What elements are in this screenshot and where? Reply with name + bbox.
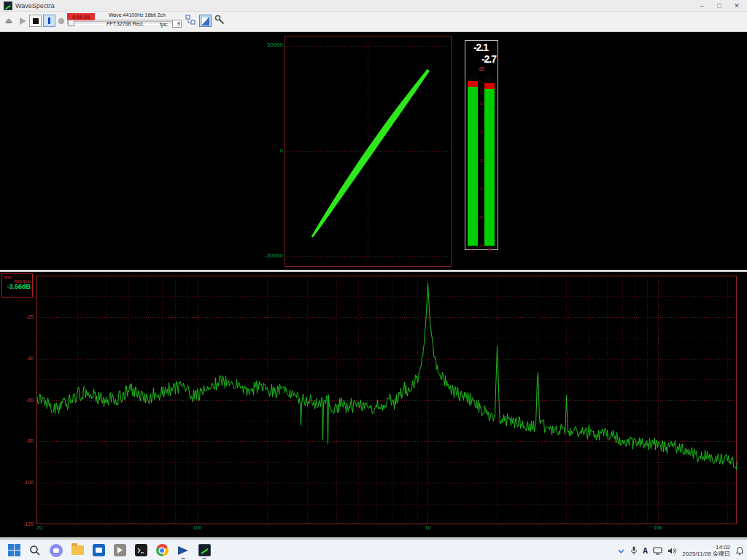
taskbar-item-blue-flag-app[interactable] xyxy=(175,542,191,559)
channel-lr-button[interactable] xyxy=(185,15,197,27)
meter-scale: 102030405060 xyxy=(478,75,485,246)
meter-peak-cap-right xyxy=(484,83,495,89)
meter-scale-label: 30 xyxy=(478,158,485,163)
window-controls: – □ ✕ xyxy=(693,0,746,12)
meter-bar-fill-right xyxy=(484,83,495,246)
fft-settings-info: FFT:32768 Rect. xyxy=(107,21,144,26)
xy-scope-canvas xyxy=(285,36,451,266)
network-tray-button[interactable] xyxy=(653,547,662,555)
search-icon xyxy=(29,545,41,556)
level-meter: -2.1 -2.7 dB 102030405060 L R xyxy=(465,40,498,250)
running-indicator xyxy=(202,558,206,559)
spectrum-x-tick-label: 10k xyxy=(654,525,662,530)
settings-button[interactable] xyxy=(214,15,227,27)
scope-y-label-bottom: -30000 xyxy=(257,252,283,259)
network-icon xyxy=(653,547,662,555)
spectrum-x-tick-label: 1k xyxy=(425,525,430,530)
peak-readout-box: Max 999.9Hz -3.56dB xyxy=(1,273,33,298)
close-button[interactable]: ✕ xyxy=(728,0,746,12)
peak-level: -3.56dB xyxy=(4,284,31,290)
taskbar-item-outlook[interactable] xyxy=(90,542,107,559)
bell-icon xyxy=(735,546,744,556)
fps-label: fps: xyxy=(160,22,168,27)
record-button[interactable] xyxy=(58,18,64,24)
spectrum-y-tick-label: -120 xyxy=(0,521,34,526)
volume-tray-button[interactable] xyxy=(667,547,677,555)
meter-unit-label: dB xyxy=(465,66,498,71)
clock-date: 2025/11/28 金曜日 xyxy=(682,551,730,557)
folder-icon xyxy=(71,545,84,555)
spectrum-y-tick-label: -100 xyxy=(0,480,34,485)
meter-bar-fill-left xyxy=(468,81,478,246)
spectrum-x-tick-label: 20 xyxy=(36,525,42,530)
window-title: WaveSpectra xyxy=(15,2,55,9)
flag-icon xyxy=(178,546,188,555)
stop-button[interactable] xyxy=(29,15,42,27)
wavespectra-icon xyxy=(198,544,211,556)
xy-scope-frame xyxy=(285,36,452,267)
taskbar-item-chrome[interactable] xyxy=(154,542,170,559)
meter-channel-right-label: R xyxy=(484,247,495,252)
fps-value-box[interactable]: 9 xyxy=(172,20,182,28)
open-file-button[interactable]: ⏏ xyxy=(3,15,15,27)
maximize-button[interactable]: □ xyxy=(711,0,728,12)
taskbar-item-chat[interactable] xyxy=(48,542,64,559)
ime-mode-button[interactable]: A xyxy=(643,547,648,555)
start-button[interactable] xyxy=(6,542,22,559)
display-mode-button[interactable] xyxy=(199,15,212,27)
chat-icon xyxy=(50,544,63,557)
display-mode-icon xyxy=(201,17,209,26)
meter-peak-cap-left xyxy=(468,81,478,87)
wave-format-info: Wave:44100Hz 16bit 2ch xyxy=(93,12,181,20)
app-icon xyxy=(4,1,12,10)
spectrum-y-tick-label: -40 xyxy=(0,356,34,361)
clock[interactable]: 14:02 2025/11/28 金曜日 xyxy=(682,544,730,557)
spectrum-pane: 0dB-20-40-60-80-100-120 201001k10k Max 9… xyxy=(0,272,747,537)
running-indicator xyxy=(181,558,185,559)
scope-pane: 30000 0 -30000 -2.1 -2.7 dB 102030405060… xyxy=(0,32,747,270)
spectrum-canvas xyxy=(36,276,738,525)
microphone-icon xyxy=(630,546,638,555)
meter-readout-left: -2.1 xyxy=(466,42,488,53)
terminal-icon xyxy=(135,544,147,556)
taskbar-item-terminal[interactable] xyxy=(133,542,149,559)
wavespectra-window: WaveSpectra – □ ✕ ⏏ 0:00.00 Wave:44100Hz… xyxy=(0,0,747,560)
seek-slider-thumb[interactable] xyxy=(68,20,74,26)
meter-bar-right xyxy=(484,75,495,246)
scope-y-label-top: 30000 xyxy=(257,42,283,48)
chrome-icon xyxy=(156,544,169,556)
spectrum-x-tick-label: 100 xyxy=(193,525,202,530)
toolbar: ⏏ 0:00.00 Wave:44100Hz 16bit 2ch FFT:327… xyxy=(0,12,747,32)
search-button[interactable] xyxy=(27,542,43,559)
meter-scale-label: 10 xyxy=(478,101,485,106)
spectrum-y-tick-label: -80 xyxy=(0,438,34,443)
minimize-button[interactable]: – xyxy=(693,0,711,12)
meter-readout-right: -2.7 xyxy=(474,53,496,65)
title-bar: WaveSpectra – □ ✕ xyxy=(0,0,747,12)
notifications-button[interactable] xyxy=(735,546,744,556)
scope-y-label-zero: 0 xyxy=(257,147,283,154)
play-button[interactable] xyxy=(20,18,26,25)
pause-button[interactable] xyxy=(43,15,55,27)
taskbar-item-explorer[interactable] xyxy=(69,542,85,559)
taskbar-item-media-player[interactable] xyxy=(112,542,128,559)
spectrum-y-tick-label: -20 xyxy=(0,314,34,319)
taskbar-app-icons xyxy=(0,542,212,559)
meter-channel-left-label: L xyxy=(468,247,478,252)
taskbar: A 14:02 2025/11/28 金曜日 xyxy=(0,540,747,560)
clock-time: 14:02 xyxy=(682,544,730,551)
chevron-down-icon xyxy=(617,547,625,555)
microphone-tray-button[interactable] xyxy=(630,546,638,555)
channel-lr-icon xyxy=(185,15,196,26)
taskbar-item-wavespectra[interactable] xyxy=(196,542,212,559)
meter-scale-label: 20 xyxy=(478,130,485,134)
system-tray: A 14:02 2025/11/28 金曜日 xyxy=(617,540,744,560)
meter-scale-label: 40 xyxy=(478,187,485,191)
media-player-icon xyxy=(114,544,126,556)
meter-bar-left xyxy=(468,75,478,246)
mail-icon xyxy=(93,544,105,556)
hidden-icons-button[interactable] xyxy=(617,547,625,555)
windows-logo-icon xyxy=(8,544,20,556)
volume-icon xyxy=(667,547,677,555)
wrench-icon xyxy=(214,15,225,26)
